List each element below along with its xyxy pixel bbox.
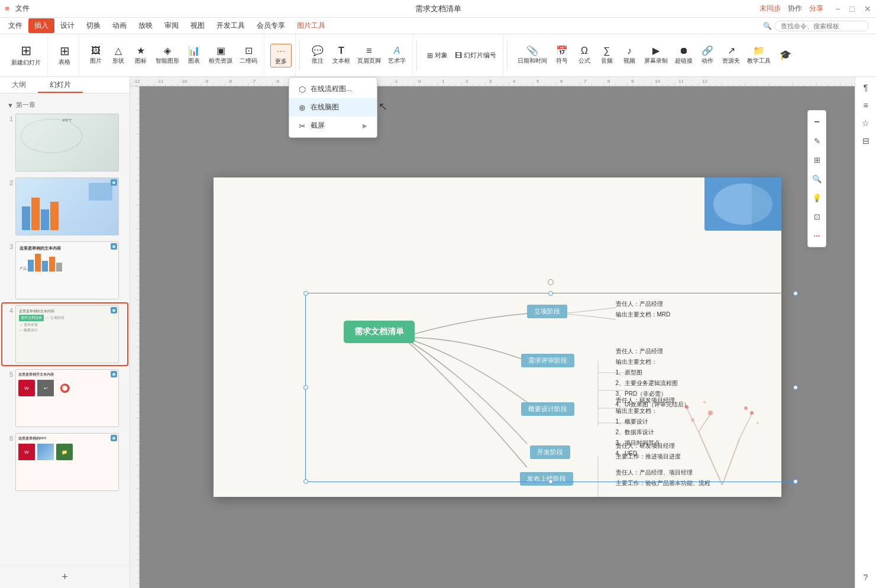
share-btn[interactable]: 分享 <box>809 4 823 14</box>
slide-item-4[interactable]: 4 ■ 这里是举例的文本内容 需求文档清单 — 立项阶段 — 需求评审 — 概要… <box>2 303 127 365</box>
window-minimize[interactable]: − <box>835 4 840 14</box>
slide-item-5[interactable]: 5 ★ ■ 这里是举例字文本内容 W ↩ ⭕ <box>2 367 127 429</box>
crop-tool[interactable]: ⊡ <box>808 208 826 225</box>
right-tool-favorite[interactable]: ☆ <box>858 115 874 131</box>
branch-node-1: 立项阶段 <box>527 305 567 318</box>
comment-button[interactable]: 💬 批注 <box>307 45 328 66</box>
menu-picture-tools[interactable]: 图片工具 <box>291 18 331 33</box>
sync-status[interactable]: 未同步 <box>759 4 781 14</box>
slide-item-3[interactable]: 3 ★ ■ 这里是举例的文本内容 产品 <box>2 240 127 301</box>
image-button[interactable]: 🖼 图片 <box>85 45 106 66</box>
dropdown-screenshot[interactable]: ✂ 截屏 ▶ <box>289 117 377 135</box>
slide-number-4: 4 <box>5 307 13 314</box>
branch-node-4: 开发阶段 <box>530 445 570 459</box>
smart-shape-icon: ◈ <box>164 46 171 56</box>
smart-shape-button[interactable]: ◈ 智能图形 <box>153 45 182 66</box>
dropdown-flowchart[interactable]: ⬡ 在线流程图... <box>289 80 377 98</box>
menu-design[interactable]: 设计 <box>54 18 80 33</box>
rotate-handle[interactable] <box>548 279 554 285</box>
layers-tool[interactable]: ⊞ <box>808 151 826 169</box>
ribbon-group-media: 🖼 图片 △ 形状 ★ 图标 ◈ 智能图形 📊 图表 ▣ 框壳资源 <box>82 34 264 76</box>
ribbon-group-more: ··· 更多 <box>267 34 296 76</box>
shape-button[interactable]: △ 形状 <box>108 45 129 66</box>
menu-file[interactable]: 文件 <box>2 18 28 33</box>
menu-transition[interactable]: 切换 <box>80 18 106 33</box>
magnify-tool[interactable]: 🔍 <box>808 170 826 188</box>
branch-node-5: 发布上线阶段 <box>520 472 573 486</box>
right-tool-help[interactable]: ? <box>858 569 874 586</box>
new-slide-button[interactable]: ⊞ 新建幻灯片 <box>8 43 44 68</box>
formula-button[interactable]: ∑ 音频 <box>596 45 618 66</box>
new-slide-icon: ⊞ <box>21 44 31 57</box>
svg-text:12: 12 <box>702 79 707 84</box>
edit-tool[interactable]: ✎ <box>808 132 826 150</box>
right-tool-align[interactable]: ≡ <box>858 97 874 114</box>
folder-button[interactable]: 📁 教学工具 <box>744 45 774 66</box>
audio-button[interactable]: ♪ 视频 <box>619 45 640 66</box>
hyperlink-button[interactable]: 🔗 动作 <box>697 45 718 66</box>
ribbon-group-misc: 📎 日期和时间 📅 符号 Ω 公式 ∑ 音频 ♪ 视频 ▶ 屏幕录制 <box>511 34 800 76</box>
handle-tl[interactable] <box>303 291 308 296</box>
handle-ml[interactable] <box>303 385 308 390</box>
slide-thumb-1: PPT <box>15 114 119 172</box>
video-button[interactable]: ▶ 屏幕录制 <box>641 45 671 66</box>
folder-icon: 📁 <box>753 46 765 56</box>
bulb-tool[interactable]: 💡 <box>808 189 826 206</box>
datetime-button[interactable]: 📅 符号 <box>551 45 573 66</box>
more-icon: ··· <box>276 46 285 56</box>
tab-outline[interactable]: 大纲 <box>0 77 38 93</box>
slide-item-6[interactable]: 6 ★ ■ 这里是举例的PPT W 📁 <box>2 431 127 493</box>
menu-bar: 文件 插入 设计 切换 动画 放映 审阅 视图 开发工具 会员专享 图片工具 🔍 <box>0 18 876 34</box>
handle-br[interactable] <box>793 479 798 484</box>
handle-mr[interactable] <box>793 385 798 390</box>
handle-bl[interactable] <box>303 479 308 484</box>
record-button[interactable]: ⏺ 超链接 <box>672 45 696 66</box>
window-close[interactable]: ✕ <box>864 4 871 14</box>
canvas-area: -12 -11 -10 -9 -8 -7 -6 -5 -4 -3 -2 -1 0… <box>130 77 855 588</box>
frame-icon: ▣ <box>216 46 225 56</box>
svg-text:1: 1 <box>442 79 445 84</box>
menu-developer[interactable]: 开发工具 <box>211 18 251 33</box>
table-button[interactable]: ⊞ 表格 <box>54 44 75 67</box>
menu-view[interactable]: 视图 <box>185 18 211 33</box>
action-button[interactable]: ↗ 资源夹 <box>719 45 743 66</box>
svg-point-44 <box>750 411 754 415</box>
more-tool[interactable]: ··· <box>808 227 826 244</box>
right-tool-format[interactable]: ¶ <box>858 79 874 96</box>
add-slide-button[interactable]: + <box>0 566 130 588</box>
menu-slideshow[interactable]: 放映 <box>132 18 159 33</box>
zoom-out-tool[interactable]: − <box>808 113 826 131</box>
more-button[interactable]: ··· 更多 <box>270 44 292 67</box>
icon-button[interactable]: ★ 图标 <box>130 45 151 66</box>
slide-number-button[interactable]: 🎞 幻灯片编号 <box>452 50 499 61</box>
dropdown-mindmap[interactable]: ⊕ 在线脑图 <box>289 98 377 117</box>
handle-tm[interactable] <box>548 291 553 296</box>
art-text-button[interactable]: A 艺术字 <box>385 45 409 66</box>
collab-btn[interactable]: 协作 <box>788 4 802 14</box>
frame-button[interactable]: ▣ 框壳资源 <box>206 45 235 66</box>
svg-rect-5 <box>130 77 855 86</box>
window-maximize[interactable]: □ <box>850 4 855 14</box>
menu-animation[interactable]: 动画 <box>106 18 132 33</box>
slide-item-1[interactable]: 1 PPT <box>2 112 127 173</box>
textbox-button[interactable]: T 文本框 <box>329 45 353 66</box>
menu-insert[interactable]: 插入 <box>28 18 54 33</box>
command-search-input[interactable] <box>774 21 869 31</box>
align-object-button[interactable]: ⊞ 对象 <box>424 50 451 61</box>
handle-tr[interactable] <box>793 291 798 296</box>
slide-item-2[interactable]: 2 ■ <box>2 176 127 237</box>
chart-button[interactable]: 📊 图表 <box>183 45 205 66</box>
menu-review[interactable]: 审阅 <box>159 18 185 33</box>
menu-vip[interactable]: 会员专享 <box>251 18 291 33</box>
search-icon: 🔍 <box>763 22 772 30</box>
dropdown-menu: ⬡ 在线流程图... ⊕ 在线脑图 ✂ 截屏 ▶ ↖ <box>289 77 377 138</box>
symbol-button[interactable]: Ω 公式 <box>574 45 595 66</box>
header-footer-button[interactable]: ≡ 页眉页脚 <box>354 45 384 66</box>
qrcode-button[interactable]: ⊡ 二维码 <box>237 45 260 66</box>
canvas-scroll[interactable]: 需求文档清单 立项阶段 责任人：产品经理 输出主要文档：MRD 需求评审阶段 责… <box>130 86 855 588</box>
teach-button[interactable]: 🎓 <box>775 49 796 62</box>
right-tool-layers[interactable]: ⊟ <box>858 133 874 149</box>
tab-slides[interactable]: 幻灯片 <box>38 77 83 93</box>
attach-button[interactable]: 📎 日期和时间 <box>515 45 550 66</box>
svg-text:-10: -10 <box>180 79 188 84</box>
